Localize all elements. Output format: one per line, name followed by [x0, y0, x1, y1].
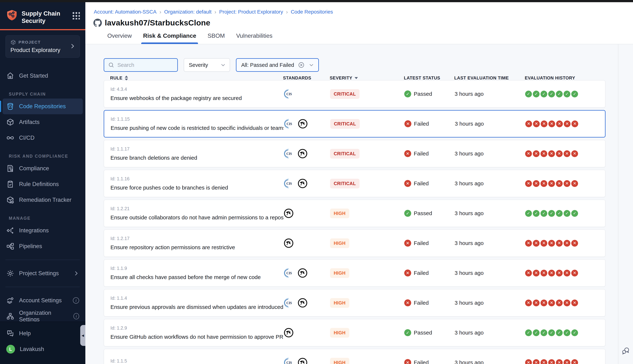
sidebar-item-label: Pipelines: [19, 243, 42, 250]
app-window: Supply Chain Security PROJECT Product Ex…: [0, 0, 633, 364]
sort-desc-icon: [354, 77, 358, 79]
table-row[interactable]: Id: 1.1.9 Ensure all checks have passed …: [104, 259, 606, 287]
history-failed-icon: ✕: [548, 359, 555, 364]
severity-badge: HIGH: [330, 268, 349, 278]
user-menu[interactable]: L Lavakush: [2, 341, 83, 357]
breadcrumb-account-automation-ssca[interactable]: Account: Automation-SSCA: [94, 9, 156, 15]
column-header-rule[interactable]: RULE: [104, 76, 283, 80]
rule-id: Id: 1.2.17: [110, 236, 283, 241]
history-passed-icon: ✓: [564, 330, 570, 336]
sidebar-item-ci-cd[interactable]: CI/CD: [2, 130, 83, 146]
history-failed-icon: ✕: [556, 240, 563, 247]
help-chat-icon: ?: [6, 330, 14, 338]
history-failed-icon: ✕: [564, 359, 570, 364]
table-row[interactable]: Id: 1.1.4 Ensure previous approvals are …: [104, 289, 606, 316]
sidebar-item-rule-definitions[interactable]: Rule Definitions: [2, 176, 83, 192]
tab-vulnerabilities[interactable]: Vulnerabilities: [235, 32, 274, 44]
table-row[interactable]: Id: 1.1.5 CIS HIGH ✕ Failed 3 hours ago …: [104, 349, 606, 364]
clipboard-check-icon: [6, 180, 14, 188]
filter-bar: Severity All: Passed and Failed: [104, 58, 319, 72]
owasp-standard-badge: [297, 298, 308, 308]
table-row[interactable]: Id: 1.2.21 Ensure outside collaborators …: [104, 200, 606, 227]
history-passed-icon: ✓: [556, 330, 563, 336]
sidebar-item-label: Rule Definitions: [19, 181, 59, 188]
last-evaluation-time: 3 hours ago: [454, 150, 525, 157]
history-failed-icon: ✕: [533, 300, 540, 306]
sidebar-collapse-handle[interactable]: ◀: [80, 325, 85, 346]
table-row[interactable]: Id: 1.2.9 Ensure GitHub action workflows…: [104, 319, 606, 346]
owasp-standard-badge: [297, 357, 308, 364]
history-failed-icon: ✕: [571, 240, 578, 247]
history-failed-icon: ✕: [525, 359, 532, 364]
status-filter-dropdown[interactable]: All: Passed and Failed: [236, 58, 319, 72]
history-passed-icon: ✓: [540, 91, 547, 98]
status-text: Failed: [414, 300, 429, 306]
infinity-icon: [6, 134, 14, 142]
chevron-right-icon: [70, 43, 76, 50]
status-text: Failed: [414, 240, 429, 246]
severity-filter-dropdown[interactable]: Severity: [184, 58, 230, 72]
owasp-standard-badge: [297, 178, 308, 189]
history-failed-icon: ✕: [564, 300, 570, 306]
table-row[interactable]: Id: 4.3.4 Ensure webhooks of the package…: [104, 80, 606, 108]
history-passed-icon: ✓: [533, 210, 540, 217]
sidebar-item-account-settings[interactable]: Account Settings i: [2, 292, 83, 308]
rule-name: Ensure all checks have passed before the…: [110, 274, 283, 280]
history-failed-icon: ✕: [564, 120, 570, 127]
sidebar-item-get-started[interactable]: Get Started: [2, 68, 83, 84]
tab-risk-compliance[interactable]: Risk & Compliance: [142, 32, 197, 44]
sidebar-item-help[interactable]: ? Help: [2, 326, 83, 341]
rule-name: Ensure previous approvals are dismissed …: [110, 304, 283, 310]
info-icon[interactable]: i: [74, 313, 79, 319]
breadcrumb-separator: ›: [286, 9, 288, 15]
sidebar-item-pipelines[interactable]: Pipelines: [2, 238, 83, 254]
status-text: Failed: [414, 180, 429, 186]
history-failed-icon: ✕: [548, 270, 555, 276]
right-rail-divider: [618, 44, 618, 364]
status-text: Passed: [414, 330, 432, 336]
column-header-severity[interactable]: SEVERITY: [330, 76, 404, 80]
column-header-last-evaluation-time: LAST EVALUATION TIME: [454, 76, 525, 80]
rule-id: Id: 1.1.5: [110, 358, 283, 364]
history-passed-icon: ✓: [533, 330, 540, 336]
table-row[interactable]: Id: 1.1.17 Ensure branch deletions are d…: [104, 140, 606, 167]
table-row[interactable]: Id: 1.2.17 Ensure repository action perm…: [104, 230, 606, 257]
brand-title: Supply Chain Security: [22, 10, 60, 24]
history-passed-icon: ✓: [548, 330, 555, 336]
standards-cell: CIS: [283, 357, 330, 364]
table-row[interactable]: Id: 1.1.15 Ensure pushing of new code is…: [104, 110, 606, 138]
breadcrumb-project-product-exploratory[interactable]: Project: Product Exploratory: [219, 9, 283, 15]
status-text: Passed: [414, 210, 432, 216]
tab-bar: OverviewRisk & ComplianceSBOMVulnerabili…: [85, 32, 274, 44]
search-input[interactable]: [118, 62, 174, 68]
status-icon: ✓: [404, 329, 411, 336]
history-failed-icon: ✕: [533, 270, 540, 276]
project-selector[interactable]: PROJECT Product Exploratory: [6, 35, 80, 58]
breadcrumb: Account: Automation-SSCA›Organization: d…: [85, 2, 633, 15]
status-icon: ✓: [404, 90, 411, 98]
sidebar-item-integrations[interactable]: Integrations: [2, 223, 83, 238]
info-icon[interactable]: i: [73, 297, 79, 304]
svg-text:?: ?: [8, 331, 10, 334]
sidebar-item-label: Integrations: [19, 227, 49, 234]
svg-text:CIS: CIS: [286, 182, 292, 186]
history-failed-icon: ✕: [556, 150, 563, 157]
history-failed-icon: ✕: [540, 270, 547, 276]
cis-standard-badge: CIS: [283, 148, 294, 159]
breadcrumb-code-repositories[interactable]: Code Repositories: [291, 9, 333, 15]
tab-sbom[interactable]: SBOM: [206, 32, 226, 44]
sidebar-item-code-repositories[interactable]: Code Repositories: [2, 98, 83, 114]
app-switcher-icon[interactable]: [72, 11, 80, 20]
sidebar-item-project-settings[interactable]: Project Settings: [2, 266, 83, 281]
history-failed-icon: ✕: [571, 270, 578, 276]
breadcrumb-organization-default[interactable]: Organization: default: [164, 9, 211, 15]
sidebar-item-label: Organization Settings: [19, 310, 69, 323]
table-header: RULE STANDARDS SEVERITY LATEST STATUS LA…: [104, 76, 606, 80]
sidebar-item-artifacts[interactable]: Artifacts: [2, 114, 83, 130]
table-row[interactable]: Id: 1.1.16 Ensure force pushes code to b…: [104, 170, 606, 197]
chat-bubbles-icon[interactable]: [621, 346, 630, 356]
clear-filter-icon[interactable]: [298, 62, 305, 68]
sidebar-item-compliance[interactable]: Compliance: [2, 160, 83, 176]
sidebar-item-remediation-tracker[interactable]: Remediation Tracker: [2, 192, 83, 208]
tab-overview[interactable]: Overview: [106, 32, 133, 44]
